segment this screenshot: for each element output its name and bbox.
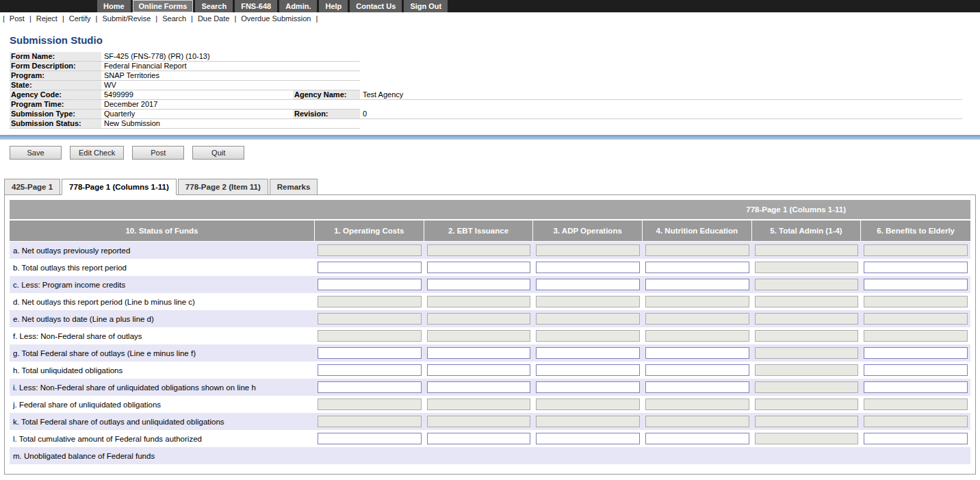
- input-i-5-total-admin-1-4: [755, 381, 859, 393]
- form-actions: SaveEdit CheckPostQuit: [10, 146, 980, 160]
- nav-item-fns-648[interactable]: FNS-648: [235, 0, 277, 12]
- action-menubar: |Post|Reject|Certify|Submit/Revise|Searc…: [0, 12, 980, 25]
- grid-cell: [752, 344, 862, 362]
- menu-separator: |: [155, 14, 157, 23]
- input-d-3-adp-operations: [536, 296, 640, 307]
- grid-cell: [424, 310, 534, 327]
- nav-item-admin[interactable]: Admin.: [279, 0, 317, 12]
- input-j-4-nutrition-education: [645, 399, 749, 410]
- input-h-1-operating-costs[interactable]: [318, 364, 422, 376]
- grid-cell: [424, 430, 534, 447]
- edit-check-button[interactable]: Edit Check: [70, 146, 124, 160]
- tab-425-page-1[interactable]: 425-Page 1: [4, 179, 60, 195]
- row-label: g. Total Federal share of outlays (Line …: [10, 344, 315, 362]
- grid-cell: [424, 362, 534, 379]
- quit-button[interactable]: Quit: [192, 146, 244, 160]
- input-g-3-adp-operations[interactable]: [536, 347, 640, 359]
- input-c-3-adp-operations[interactable]: [536, 279, 640, 290]
- menu-item-post[interactable]: Post: [10, 14, 25, 23]
- input-l-1-operating-costs[interactable]: [318, 433, 422, 444]
- spacer-cell: [360, 62, 962, 71]
- input-b-2-ebt-issuance[interactable]: [427, 262, 531, 273]
- form-info-row: Form Description:Federal Financial Repor…: [10, 62, 962, 71]
- nav-item-sign-out[interactable]: Sign Out: [404, 0, 448, 12]
- nav-item-online-forms[interactable]: Online Forms: [133, 0, 194, 12]
- grid-row-l: l. Total cumulative amount of Federal fu…: [10, 430, 970, 447]
- menu-item-certify[interactable]: Certify: [69, 14, 91, 23]
- input-i-2-ebt-issuance[interactable]: [427, 381, 531, 393]
- field-value: 5499999: [101, 90, 293, 100]
- nav-item-help[interactable]: Help: [319, 0, 348, 12]
- nav-item-home[interactable]: Home: [97, 0, 131, 12]
- input-i-6-benefits-to-elderly[interactable]: [864, 381, 968, 393]
- input-i-4-nutrition-education[interactable]: [645, 381, 749, 393]
- input-b-3-adp-operations[interactable]: [536, 262, 640, 273]
- input-i-3-adp-operations[interactable]: [536, 381, 640, 393]
- input-g-2-ebt-issuance[interactable]: [427, 347, 531, 359]
- menu-separator: |: [315, 14, 318, 23]
- tab-778-page-1-columns-1-11[interactable]: 778-Page 1 (Columns 1-11): [62, 179, 177, 195]
- input-d-5-total-admin-1-4: [755, 296, 859, 307]
- grid-cell: [315, 259, 424, 276]
- grid-cell: [424, 259, 534, 276]
- top-navigation: HomeOnline FormsSearchFNS-648Admin.HelpC…: [0, 0, 980, 12]
- nav-item-contact-us[interactable]: Contact Us: [350, 0, 402, 12]
- grid-cell: [861, 362, 970, 379]
- input-g-1-operating-costs[interactable]: [318, 347, 422, 359]
- input-h-4-nutrition-education[interactable]: [645, 364, 749, 376]
- grid-cell: [643, 259, 752, 276]
- spacer-cell: [293, 119, 360, 129]
- input-l-4-nutrition-education[interactable]: [645, 433, 749, 444]
- input-b-1-operating-costs[interactable]: [318, 262, 422, 273]
- grid-cell: [752, 242, 862, 259]
- input-l-3-adp-operations[interactable]: [536, 433, 640, 444]
- grid-cell: [533, 344, 643, 362]
- input-h-2-ebt-issuance[interactable]: [427, 364, 531, 376]
- menu-item-search[interactable]: Search: [162, 14, 186, 23]
- row-label: j. Federal share of unliquidated obligat…: [10, 396, 315, 413]
- tab-remarks[interactable]: Remarks: [270, 179, 318, 195]
- field-value: Federal Financial Report: [101, 62, 293, 71]
- input-c-2-ebt-issuance[interactable]: [427, 279, 531, 290]
- column-header-6-benefits-to-elderly: 6. Benefits to Elderly: [861, 220, 970, 242]
- input-b-4-nutrition-education[interactable]: [645, 262, 749, 273]
- nav-item-search[interactable]: Search: [195, 0, 233, 12]
- post-button[interactable]: Post: [132, 146, 184, 160]
- grid-cell: [533, 413, 643, 430]
- field-value: Quarterly: [101, 110, 293, 119]
- input-h-3-adp-operations[interactable]: [536, 364, 640, 376]
- input-l-2-ebt-issuance[interactable]: [427, 433, 531, 444]
- save-button[interactable]: Save: [10, 146, 62, 160]
- input-i-1-operating-costs[interactable]: [318, 381, 422, 393]
- input-f-1-operating-costs: [318, 330, 422, 342]
- input-l-6-benefits-to-elderly[interactable]: [864, 433, 968, 444]
- form-info-table: Form Name:SF-425 (FNS-778) (PR) (10-13)F…: [10, 52, 962, 129]
- row-label: k. Total Federal share of outlays and un…: [10, 413, 315, 430]
- input-g-6-benefits-to-elderly[interactable]: [864, 347, 968, 359]
- input-c-4-nutrition-education[interactable]: [645, 279, 749, 290]
- grid-cell: [861, 293, 970, 310]
- grid-cell: [424, 293, 534, 310]
- menu-item-due-date[interactable]: Due Date: [198, 14, 229, 23]
- grid-cell: [752, 413, 862, 430]
- input-c-1-operating-costs[interactable]: [318, 279, 422, 290]
- input-g-4-nutrition-education[interactable]: [645, 347, 749, 359]
- grid-cell: [315, 447, 424, 464]
- grid-cell: [752, 327, 862, 344]
- input-h-6-benefits-to-elderly[interactable]: [864, 364, 968, 376]
- menu-separator: |: [29, 14, 31, 23]
- input-c-6-benefits-to-elderly[interactable]: [864, 279, 968, 290]
- menu-item-overdue-submission[interactable]: Overdue Submission: [241, 14, 311, 23]
- input-b-6-benefits-to-elderly[interactable]: [864, 262, 968, 273]
- spacer-cell: [293, 81, 360, 90]
- grid-row-b: b. Total outlays this report period: [10, 259, 970, 276]
- field-label: Revision:: [293, 110, 360, 119]
- tab-778-page-2-item-11[interactable]: 778-Page 2 (Item 11): [178, 179, 268, 195]
- grid-row-j: j. Federal share of unliquidated obligat…: [10, 396, 970, 413]
- page-title: Submission Studio: [10, 34, 980, 46]
- grid-section-title: 778-Page 1 (Columns 1-11): [10, 200, 970, 220]
- spacer-cell: [293, 71, 360, 81]
- grid-cell: [643, 362, 752, 379]
- menu-item-reject[interactable]: Reject: [36, 14, 57, 23]
- menu-item-submit-revise[interactable]: Submit/Revise: [102, 14, 151, 23]
